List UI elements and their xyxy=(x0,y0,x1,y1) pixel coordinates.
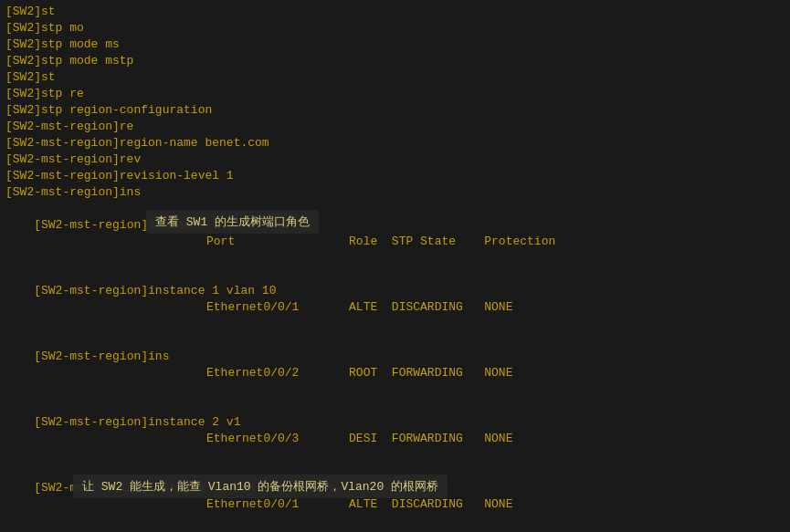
table-row: Ethernet0/0/2 ROOT FORWARDING NONE xyxy=(206,365,512,381)
terminal-line-text: [SW2-mst-region]instance 1 vlan 10 xyxy=(34,284,276,297)
terminal-line: [SW2-mst-region]instance 1 vlan 10 Ether… xyxy=(5,266,785,332)
terminal-line: [SW2]stp mode mstp xyxy=(5,53,785,69)
table-header: Port Role STP State Protection xyxy=(206,234,555,250)
terminal-line: [SW2-mst-region]revision-level 1 xyxy=(5,168,785,184)
table-row: Ethernet0/0/1 ALTE DISCARDING NONE xyxy=(206,496,512,513)
terminal-line-text: [SW2-mst-region]instance 1 vl xyxy=(34,218,240,232)
terminal-line: [SW2]st xyxy=(5,69,785,86)
terminal-line: [SW2-mst-region]instance 1 vl Port Role … xyxy=(5,201,785,266)
table-row: Ethernet0/0/3 DESI FORWARDING NONE xyxy=(206,431,512,447)
terminal-line-text: [SW2-mst-region]ins xyxy=(34,349,169,363)
terminal-line: [SW2-mst-region]rev xyxy=(5,151,785,168)
terminal-line: [SW2]stp mode ms xyxy=(5,37,785,53)
terminal-line: [SW2]stp re xyxy=(5,86,785,102)
terminal-line: [SW2-mst-region]instance 2 v1 Ethernet0/… xyxy=(5,398,785,464)
terminal-line: [SW2-mst-region]ins Ethernet0/0/2 ROOT F… xyxy=(5,332,785,398)
terminal-line-text: [SW2-mst-region]instance 2 v1 xyxy=(34,415,240,429)
terminal-line-text: [SW2-mst-region]instance 2 vlan 20 xyxy=(34,481,276,495)
terminal-line: [SW2-mst-region]ins xyxy=(5,184,785,201)
terminal-line: [SW2]stp region-configuration xyxy=(5,102,785,119)
terminal-line: [SW2-mst-region]re xyxy=(5,119,785,135)
table-row: Ethernet0/0/1 ALTE DISCARDING NONE xyxy=(206,299,512,316)
terminal-line: [SW2-mst-region]instance 2 vlan 20 Ether… xyxy=(5,464,785,529)
terminal: [SW2]st [SW2]stp mo [SW2]stp mode ms [SW… xyxy=(0,0,790,532)
terminal-line: [SW2]st xyxy=(5,4,785,20)
terminal-line: [SW2]stp mo xyxy=(5,20,785,37)
terminal-line: [SW2-mst-region]region-name benet.com xyxy=(5,135,785,151)
